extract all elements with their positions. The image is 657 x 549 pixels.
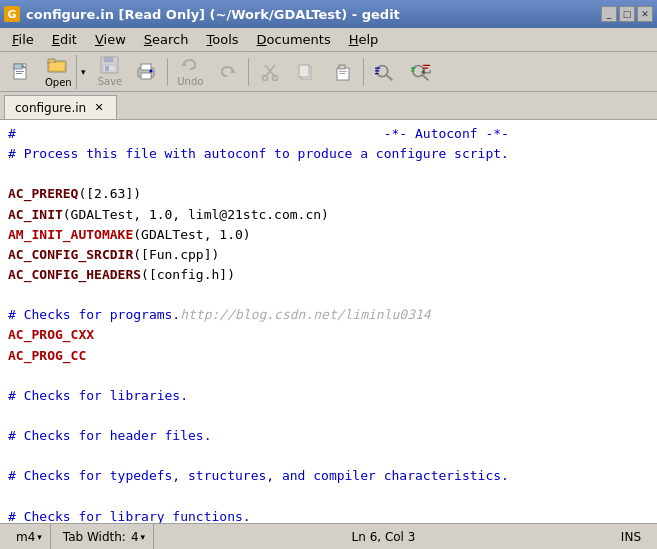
tab-width-dropdown[interactable]: Tab Width: 4 ▾ [63,530,145,544]
title-bar-left: G configure.in [Read Only] (~/Work/GDALT… [4,6,400,22]
undo-icon [179,56,201,74]
language-dropdown[interactable]: m4 ▾ [16,530,42,544]
tab-width-section[interactable]: Tab Width: 4 ▾ [55,524,154,549]
svg-point-15 [150,69,153,72]
editor-line: # Checks for library functions. [8,507,649,523]
save-icon [99,56,121,74]
ins-mode: INS [621,530,641,544]
tab-width-value: 4 [131,530,139,544]
print-icon [135,62,157,82]
svg-rect-38 [423,67,429,68]
editor-line [8,406,649,426]
editor-line [8,446,649,466]
window-title: configure.in [Read Only] (~/Work/GDALTes… [26,7,400,22]
minimize-button[interactable]: _ [601,6,617,22]
editor-line: # Process this file with autoconf to pro… [8,144,649,164]
status-bar: m4 ▾ Tab Width: 4 ▾ Ln 6, Col 3 INS [0,523,657,549]
svg-rect-10 [103,65,116,72]
svg-rect-25 [339,65,345,69]
svg-rect-7 [50,63,64,70]
language-section[interactable]: m4 ▾ [8,524,51,549]
svg-point-21 [273,75,278,80]
paste-button[interactable] [325,55,359,89]
language-label: m4 [16,530,35,544]
menu-documents[interactable]: Documents [249,30,339,49]
title-bar-controls[interactable]: _ □ ✕ [601,6,653,22]
editor-area[interactable]: # -*- Autoconf -*- # Process this file w… [0,120,657,523]
svg-line-29 [386,74,392,80]
svg-rect-27 [339,73,345,74]
editor-line: # Checks for programs.http://blog.csdn.n… [8,305,649,325]
save-button[interactable]: Save [93,55,128,89]
menu-search[interactable]: Search [136,30,197,49]
cursor-section: Ln 6, Col 3 [158,524,609,549]
svg-rect-30 [375,67,381,68]
menu-tools[interactable]: Tools [199,30,247,49]
menu-bar: File Edit View Search Tools Documents He… [0,28,657,52]
editor-line: AC_CONFIG_SRCDIR([Fun.cpp]) [8,245,649,265]
svg-rect-9 [104,57,113,62]
editor-line: AC_CONFIG_HEADERS([config.h]) [8,265,649,285]
editor-line [8,285,649,305]
open-button[interactable]: Open [41,53,76,90]
editor-line [8,487,649,507]
svg-rect-31 [375,70,380,71]
redo-button[interactable] [210,55,244,89]
svg-line-34 [422,74,428,80]
print-button[interactable] [129,55,163,89]
tab-width-label: Tab Width: [63,530,126,544]
find-icon [374,62,396,82]
toolbar: Open ▾ Save [0,52,657,92]
menu-view[interactable]: View [87,30,134,49]
ins-section: INS [613,524,649,549]
open-button-group[interactable]: Open ▾ [40,55,91,89]
svg-rect-26 [339,71,347,72]
undo-button[interactable]: Undo [172,55,208,89]
tab-width-chevron: ▾ [141,532,146,542]
close-button[interactable]: ✕ [637,6,653,22]
svg-marker-16 [181,62,187,66]
editor-line: AC_PROG_CC [8,346,649,366]
editor-line: # Checks for typedefs, structures, and c… [8,466,649,486]
new-icon [10,62,32,82]
copy-icon [295,62,317,82]
svg-rect-3 [16,71,24,72]
editor-line: AC_PROG_CXX [8,325,649,345]
editor-line: # Checks for header files. [8,426,649,446]
tab-bar: configure.in ✕ [0,92,657,120]
app-icon: G [4,6,20,22]
replace-button[interactable] [404,55,438,89]
cut-button[interactable] [253,55,287,89]
save-label: Save [98,76,123,87]
svg-rect-13 [141,64,151,70]
svg-rect-37 [423,64,430,65]
maximize-button[interactable]: □ [619,6,635,22]
svg-rect-4 [16,73,22,74]
svg-rect-1 [14,64,22,69]
svg-rect-14 [141,73,151,79]
editor-line: # Checks for libraries. [8,386,649,406]
find-button[interactable] [368,55,402,89]
open-icon [47,55,69,75]
separator-2 [248,58,249,86]
menu-file[interactable]: File [4,30,42,49]
open-label: Open [45,77,72,88]
tab-configure-in[interactable]: configure.in ✕ [4,95,117,119]
svg-rect-11 [105,66,109,71]
tab-close-button[interactable]: ✕ [92,101,106,115]
menu-help[interactable]: Help [341,30,387,49]
undo-label: Undo [177,76,203,87]
editor-line: # -*- Autoconf -*- [8,124,649,144]
separator-1 [167,58,168,86]
new-button[interactable] [4,55,38,89]
editor-line [8,366,649,386]
language-chevron: ▾ [37,532,42,542]
editor-line: AC_INIT(GDALTest, 1.0, liml@21stc.com.cn… [8,205,649,225]
svg-rect-23 [299,65,309,77]
cut-icon [259,62,281,82]
copy-button[interactable] [289,55,323,89]
svg-marker-17 [230,69,236,73]
svg-rect-32 [375,72,379,73]
menu-edit[interactable]: Edit [44,30,85,49]
open-dropdown-arrow[interactable]: ▾ [76,55,90,89]
